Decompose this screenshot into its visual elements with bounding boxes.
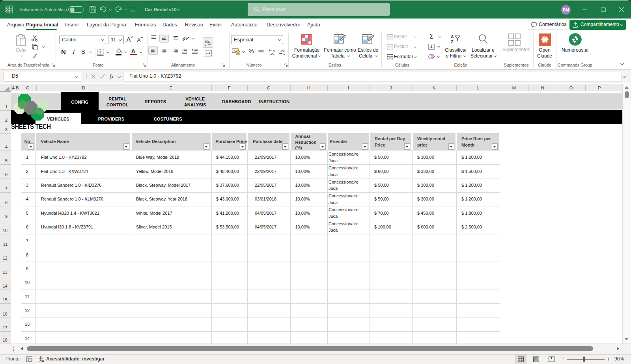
svg-text:.0: .0	[283, 52, 285, 56]
svg-text:A: A	[451, 34, 454, 39]
svg-text:.00: .00	[270, 52, 274, 56]
svg-text:Z: Z	[451, 39, 454, 44]
svg-text:c: c	[205, 43, 207, 46]
